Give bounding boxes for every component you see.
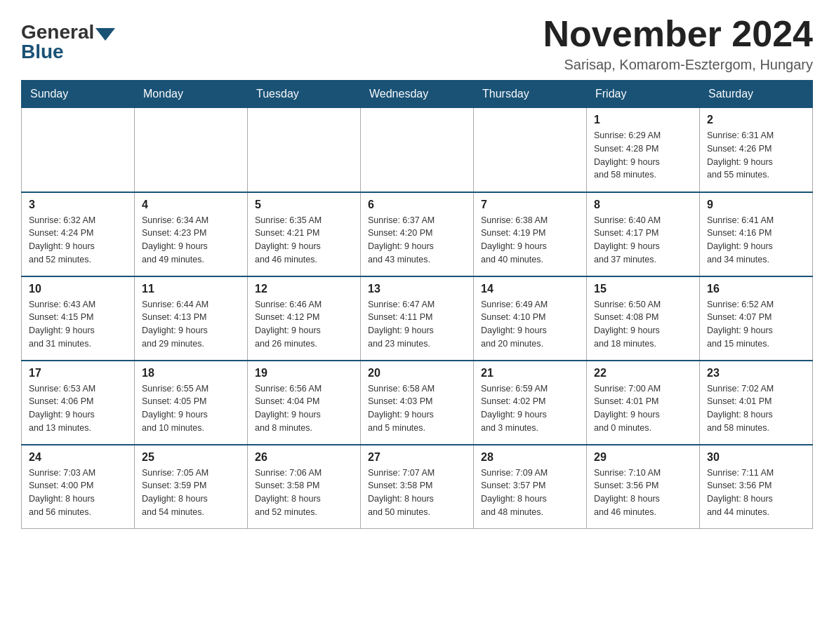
day-number: 29 <box>594 451 692 464</box>
day-info: Sunrise: 6:50 AM Sunset: 4:08 PM Dayligh… <box>594 298 692 351</box>
day-info: Sunrise: 6:53 AM Sunset: 4:06 PM Dayligh… <box>29 382 127 435</box>
calendar-cell: 13Sunrise: 6:47 AM Sunset: 4:11 PM Dayli… <box>361 276 474 361</box>
calendar-cell <box>135 108 248 192</box>
day-number: 22 <box>594 367 692 380</box>
day-info: Sunrise: 6:44 AM Sunset: 4:13 PM Dayligh… <box>142 298 240 351</box>
day-info: Sunrise: 6:46 AM Sunset: 4:12 PM Dayligh… <box>255 298 353 351</box>
col-header-wednesday: Wednesday <box>361 81 474 108</box>
logo-blue-text: Blue <box>21 41 64 63</box>
calendar-cell: 8Sunrise: 6:40 AM Sunset: 4:17 PM Daylig… <box>587 192 700 276</box>
calendar-cell: 30Sunrise: 7:11 AM Sunset: 3:56 PM Dayli… <box>700 445 813 529</box>
col-header-monday: Monday <box>135 81 248 108</box>
day-info: Sunrise: 6:40 AM Sunset: 4:17 PM Dayligh… <box>594 214 692 267</box>
calendar-cell: 11Sunrise: 6:44 AM Sunset: 4:13 PM Dayli… <box>135 276 248 361</box>
day-info: Sunrise: 7:03 AM Sunset: 4:00 PM Dayligh… <box>29 467 127 519</box>
day-number: 3 <box>29 199 127 211</box>
day-number: 30 <box>707 451 805 464</box>
calendar-cell: 6Sunrise: 6:37 AM Sunset: 4:20 PM Daylig… <box>361 192 474 276</box>
day-info: Sunrise: 7:06 AM Sunset: 3:58 PM Dayligh… <box>255 467 353 519</box>
day-number: 4 <box>142 199 240 211</box>
calendar-cell: 9Sunrise: 6:41 AM Sunset: 4:16 PM Daylig… <box>700 192 813 276</box>
logo: General Blue <box>21 21 115 63</box>
day-number: 1 <box>594 114 692 126</box>
day-info: Sunrise: 6:29 AM Sunset: 4:28 PM Dayligh… <box>594 129 692 182</box>
day-number: 10 <box>29 283 127 295</box>
location-title: Sarisap, Komarom-Esztergom, Hungary <box>543 57 813 73</box>
day-info: Sunrise: 6:34 AM Sunset: 4:23 PM Dayligh… <box>142 214 240 267</box>
day-info: Sunrise: 6:31 AM Sunset: 4:26 PM Dayligh… <box>707 129 805 182</box>
day-number: 20 <box>368 367 466 380</box>
calendar-week-row: 1Sunrise: 6:29 AM Sunset: 4:28 PM Daylig… <box>22 108 813 192</box>
day-info: Sunrise: 6:59 AM Sunset: 4:02 PM Dayligh… <box>481 382 579 435</box>
day-number: 18 <box>142 367 240 380</box>
day-number: 5 <box>255 199 353 211</box>
day-number: 14 <box>481 283 579 295</box>
col-header-saturday: Saturday <box>700 81 813 108</box>
col-header-thursday: Thursday <box>474 81 587 108</box>
calendar-cell: 22Sunrise: 7:00 AM Sunset: 4:01 PM Dayli… <box>587 361 700 445</box>
day-info: Sunrise: 6:47 AM Sunset: 4:11 PM Dayligh… <box>368 298 466 351</box>
day-number: 11 <box>142 283 240 295</box>
page-header: General Blue November 2024 Sarisap, Koma… <box>21 14 813 73</box>
calendar-cell: 23Sunrise: 7:02 AM Sunset: 4:01 PM Dayli… <box>700 361 813 445</box>
day-info: Sunrise: 6:52 AM Sunset: 4:07 PM Dayligh… <box>707 298 805 351</box>
col-header-friday: Friday <box>587 81 700 108</box>
day-number: 6 <box>368 199 466 211</box>
day-info: Sunrise: 6:49 AM Sunset: 4:10 PM Dayligh… <box>481 298 579 351</box>
calendar-week-row: 17Sunrise: 6:53 AM Sunset: 4:06 PM Dayli… <box>22 361 813 445</box>
day-number: 9 <box>707 199 805 211</box>
day-number: 26 <box>255 451 353 464</box>
col-header-sunday: Sunday <box>22 81 135 108</box>
day-info: Sunrise: 7:09 AM Sunset: 3:57 PM Dayligh… <box>481 467 579 519</box>
calendar-cell: 16Sunrise: 6:52 AM Sunset: 4:07 PM Dayli… <box>700 276 813 361</box>
col-header-tuesday: Tuesday <box>248 81 361 108</box>
calendar-cell: 27Sunrise: 7:07 AM Sunset: 3:58 PM Dayli… <box>361 445 474 529</box>
day-number: 12 <box>255 283 353 295</box>
day-number: 15 <box>594 283 692 295</box>
day-info: Sunrise: 6:37 AM Sunset: 4:20 PM Dayligh… <box>368 214 466 267</box>
calendar-cell: 26Sunrise: 7:06 AM Sunset: 3:58 PM Dayli… <box>248 445 361 529</box>
month-title: November 2024 <box>543 14 813 54</box>
calendar-cell: 5Sunrise: 6:35 AM Sunset: 4:21 PM Daylig… <box>248 192 361 276</box>
title-section: November 2024 Sarisap, Komarom-Esztergom… <box>543 14 813 73</box>
calendar-cell: 24Sunrise: 7:03 AM Sunset: 4:00 PM Dayli… <box>22 445 135 529</box>
logo-arrow-icon <box>95 28 115 41</box>
day-info: Sunrise: 6:58 AM Sunset: 4:03 PM Dayligh… <box>368 382 466 435</box>
calendar-cell: 15Sunrise: 6:50 AM Sunset: 4:08 PM Dayli… <box>587 276 700 361</box>
day-number: 28 <box>481 451 579 464</box>
calendar-cell: 19Sunrise: 6:56 AM Sunset: 4:04 PM Dayli… <box>248 361 361 445</box>
calendar-week-row: 10Sunrise: 6:43 AM Sunset: 4:15 PM Dayli… <box>22 276 813 361</box>
day-number: 8 <box>594 199 692 211</box>
day-number: 23 <box>707 367 805 380</box>
calendar-header-row: SundayMondayTuesdayWednesdayThursdayFrid… <box>22 81 813 108</box>
calendar-cell: 4Sunrise: 6:34 AM Sunset: 4:23 PM Daylig… <box>135 192 248 276</box>
calendar-cell: 17Sunrise: 6:53 AM Sunset: 4:06 PM Dayli… <box>22 361 135 445</box>
calendar-cell: 2Sunrise: 6:31 AM Sunset: 4:26 PM Daylig… <box>700 108 813 192</box>
day-number: 21 <box>481 367 579 380</box>
day-info: Sunrise: 7:11 AM Sunset: 3:56 PM Dayligh… <box>707 467 805 519</box>
day-info: Sunrise: 6:32 AM Sunset: 4:24 PM Dayligh… <box>29 214 127 267</box>
day-info: Sunrise: 6:38 AM Sunset: 4:19 PM Dayligh… <box>481 214 579 267</box>
day-info: Sunrise: 6:41 AM Sunset: 4:16 PM Dayligh… <box>707 214 805 267</box>
calendar-cell: 14Sunrise: 6:49 AM Sunset: 4:10 PM Dayli… <box>474 276 587 361</box>
day-number: 27 <box>368 451 466 464</box>
calendar-cell: 18Sunrise: 6:55 AM Sunset: 4:05 PM Dayli… <box>135 361 248 445</box>
day-info: Sunrise: 6:56 AM Sunset: 4:04 PM Dayligh… <box>255 382 353 435</box>
calendar-cell: 12Sunrise: 6:46 AM Sunset: 4:12 PM Dayli… <box>248 276 361 361</box>
calendar-cell: 28Sunrise: 7:09 AM Sunset: 3:57 PM Dayli… <box>474 445 587 529</box>
day-info: Sunrise: 7:10 AM Sunset: 3:56 PM Dayligh… <box>594 467 692 519</box>
day-number: 7 <box>481 199 579 211</box>
calendar-table: SundayMondayTuesdayWednesdayThursdayFrid… <box>21 80 813 529</box>
day-number: 19 <box>255 367 353 380</box>
calendar-cell <box>22 108 135 192</box>
calendar-cell: 3Sunrise: 6:32 AM Sunset: 4:24 PM Daylig… <box>22 192 135 276</box>
day-number: 24 <box>29 451 127 464</box>
calendar-cell: 20Sunrise: 6:58 AM Sunset: 4:03 PM Dayli… <box>361 361 474 445</box>
day-number: 25 <box>142 451 240 464</box>
day-info: Sunrise: 6:55 AM Sunset: 4:05 PM Dayligh… <box>142 382 240 435</box>
calendar-cell: 7Sunrise: 6:38 AM Sunset: 4:19 PM Daylig… <box>474 192 587 276</box>
day-number: 17 <box>29 367 127 380</box>
calendar-cell <box>474 108 587 192</box>
day-number: 2 <box>707 114 805 126</box>
calendar-cell: 21Sunrise: 6:59 AM Sunset: 4:02 PM Dayli… <box>474 361 587 445</box>
